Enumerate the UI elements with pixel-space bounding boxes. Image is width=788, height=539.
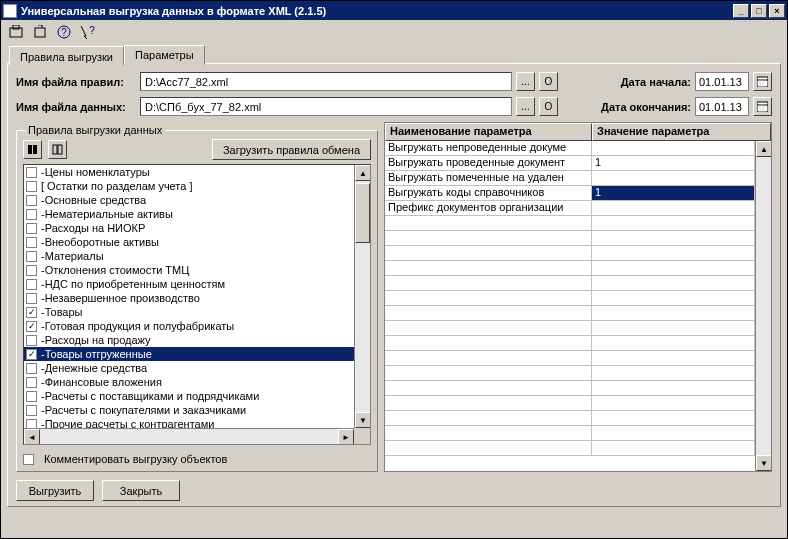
checkbox-icon[interactable]: ✓: [26, 349, 37, 360]
date-end-calendar-button[interactable]: [753, 97, 772, 116]
params-row[interactable]: Выгружать коды справочников1: [385, 186, 755, 201]
scroll-up-icon[interactable]: ▲: [355, 165, 371, 181]
tab-parameters[interactable]: Параметры: [124, 45, 205, 65]
params-row[interactable]: [385, 351, 755, 366]
close-button[interactable]: Закрыть: [102, 480, 180, 501]
params-col-name[interactable]: Наименование параметра: [385, 123, 592, 141]
date-start-calendar-button[interactable]: [753, 72, 772, 91]
rules-list-item[interactable]: ✓-Товары отгруженные: [24, 347, 354, 361]
rules-list-item[interactable]: -Цены номенклатуры: [24, 165, 354, 179]
params-row[interactable]: Префикс документов организации: [385, 201, 755, 216]
params-row[interactable]: Выгружать непроведенные докуме: [385, 141, 755, 156]
data-file-browse-button[interactable]: ...: [516, 97, 535, 116]
checkbox-icon[interactable]: [26, 237, 37, 248]
close-window-button[interactable]: ×: [769, 4, 785, 18]
params-row[interactable]: [385, 246, 755, 261]
export-button[interactable]: Выгрузить: [16, 480, 94, 501]
data-file-clear-button[interactable]: O: [539, 97, 558, 116]
params-row[interactable]: [385, 381, 755, 396]
checkbox-icon[interactable]: [26, 405, 37, 416]
scroll-right-icon[interactable]: ►: [338, 429, 354, 445]
checkbox-icon[interactable]: [26, 167, 37, 178]
rules-list-item[interactable]: ✓-Товары: [24, 305, 354, 319]
help-icon[interactable]: ?: [55, 23, 73, 41]
rules-list-item[interactable]: -Нематериальные активы: [24, 207, 354, 221]
scroll-left-icon[interactable]: ◄: [24, 429, 40, 445]
svg-rect-2: [35, 28, 45, 37]
params-row[interactable]: [385, 321, 755, 336]
params-row[interactable]: [385, 411, 755, 426]
checkbox-icon[interactable]: ✓: [26, 321, 37, 332]
checkbox-icon[interactable]: [26, 209, 37, 220]
rules-list-item[interactable]: -Внеоборотные активы: [24, 235, 354, 249]
rules-list-item[interactable]: -Прочие расчеты с контрагентами: [24, 417, 354, 428]
checkbox-icon[interactable]: [26, 251, 37, 262]
date-start-input[interactable]: [695, 72, 749, 91]
app-icon: [3, 4, 17, 18]
params-row[interactable]: [385, 276, 755, 291]
rules-list-item[interactable]: [ Остатки по разделам учета ]: [24, 179, 354, 193]
tab-export-rules[interactable]: Правила выгрузки: [9, 46, 124, 65]
rules-list-item[interactable]: -НДС по приобретенным ценностям: [24, 277, 354, 291]
params-row[interactable]: [385, 426, 755, 441]
comment-export-checkbox[interactable]: Комментировать выгрузку объектов: [23, 453, 371, 465]
checkbox-icon[interactable]: [26, 265, 37, 276]
rules-file-browse-button[interactable]: ...: [516, 72, 535, 91]
params-col-value[interactable]: Значение параметра: [592, 123, 771, 141]
params-grid[interactable]: Наименование параметра Значение параметр…: [384, 122, 772, 472]
checkbox-icon[interactable]: [26, 223, 37, 234]
params-row[interactable]: [385, 231, 755, 246]
params-row[interactable]: [385, 306, 755, 321]
checkbox-icon[interactable]: [26, 279, 37, 290]
rules-file-input[interactable]: [140, 72, 512, 91]
params-row[interactable]: Выгружать проведенные документ1: [385, 156, 755, 171]
params-row[interactable]: [385, 291, 755, 306]
scroll-down-icon[interactable]: ▼: [355, 412, 371, 428]
minimize-button[interactable]: _: [733, 4, 749, 18]
rules-list-item[interactable]: -Расходы на НИОКР: [24, 221, 354, 235]
param-name-cell: [385, 261, 592, 275]
rules-list-item[interactable]: -Расходы на продажу: [24, 333, 354, 347]
tool-icon-2[interactable]: [31, 23, 49, 41]
scroll-down-icon[interactable]: ▼: [756, 455, 772, 471]
params-row[interactable]: [385, 396, 755, 411]
params-row[interactable]: [385, 441, 755, 456]
check-all-button[interactable]: [23, 140, 42, 159]
data-file-input[interactable]: [140, 97, 512, 116]
load-rules-button[interactable]: Загрузить правила обмена: [212, 139, 371, 160]
checkbox-icon[interactable]: [26, 363, 37, 374]
checkbox-icon[interactable]: [26, 377, 37, 388]
rules-hscrollbar[interactable]: ◄ ►: [24, 428, 354, 444]
maximize-button[interactable]: □: [751, 4, 767, 18]
checkbox-icon[interactable]: [26, 335, 37, 346]
checkbox-icon[interactable]: [26, 391, 37, 402]
rules-vscrollbar[interactable]: ▲ ▼: [354, 165, 370, 428]
checkbox-icon[interactable]: [26, 195, 37, 206]
rules-list-item[interactable]: -Отклонения стоимости ТМЦ: [24, 263, 354, 277]
rules-file-clear-button[interactable]: O: [539, 72, 558, 91]
rules-list-item[interactable]: -Материалы: [24, 249, 354, 263]
rules-list-item[interactable]: -Расчеты с поставщиками и подрядчиками: [24, 389, 354, 403]
params-vscrollbar[interactable]: ▲ ▼: [755, 141, 771, 471]
rules-list-item[interactable]: -Финансовые вложения: [24, 375, 354, 389]
rules-list-item[interactable]: -Денежные средства: [24, 361, 354, 375]
params-row[interactable]: [385, 216, 755, 231]
params-row[interactable]: [385, 261, 755, 276]
params-row[interactable]: Выгружать помеченные на удален: [385, 171, 755, 186]
params-row[interactable]: [385, 336, 755, 351]
date-end-input[interactable]: [695, 97, 749, 116]
checkbox-icon[interactable]: [26, 293, 37, 304]
uncheck-all-button[interactable]: [48, 140, 67, 159]
rules-listbox[interactable]: -Цены номенклатуры[ Остатки по разделам …: [23, 164, 371, 445]
rules-list-item[interactable]: -Основные средства: [24, 193, 354, 207]
checkbox-icon[interactable]: [26, 419, 37, 429]
checkbox-icon[interactable]: ✓: [26, 307, 37, 318]
rules-list-item[interactable]: -Расчеты с покупателями и заказчиками: [24, 403, 354, 417]
tool-icon-1[interactable]: [7, 23, 25, 41]
rules-list-item[interactable]: ✓-Готовая продукция и полуфабрикаты: [24, 319, 354, 333]
whats-this-icon[interactable]: ?: [79, 23, 97, 41]
scroll-up-icon[interactable]: ▲: [756, 141, 772, 157]
checkbox-icon[interactable]: [26, 181, 37, 192]
params-row[interactable]: [385, 366, 755, 381]
rules-list-item[interactable]: -Незавершенное производство: [24, 291, 354, 305]
